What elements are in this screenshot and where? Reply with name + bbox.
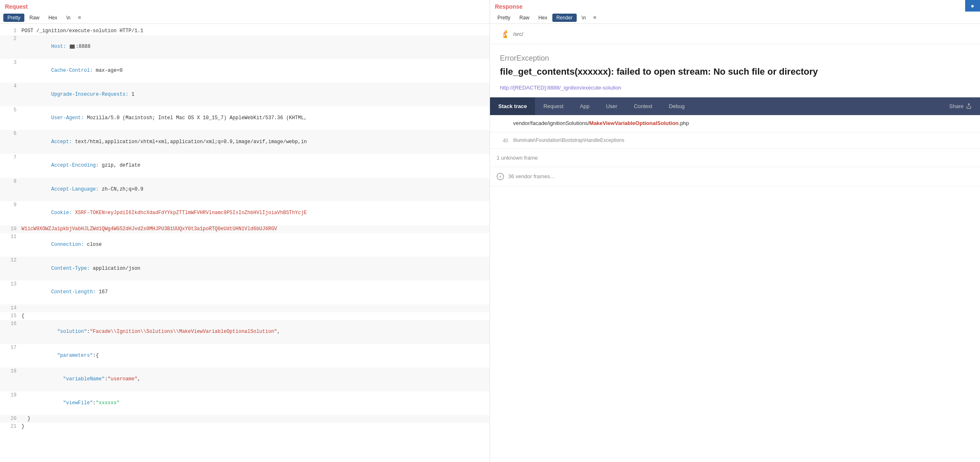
code-line-12: 12 Content-Type: application/json	[0, 257, 490, 280]
code-line-9: 9 Cookie: XSRF-TOKEN=eyJpdiI6IkdhcXdadFd…	[0, 201, 490, 225]
response-tab-bar: Pretty Raw Hex Render \n ≡	[490, 12, 980, 24]
frame-content-1: Illuminate\Foundation\Bootstrap\HandleEx…	[513, 137, 973, 143]
frame-line-num-0	[497, 120, 508, 126]
vendor-frame-content: + 36 vendor frames...	[490, 167, 980, 186]
share-icon	[966, 103, 972, 109]
code-line-10: 10 W1icW9XOWZJa1pkbjVabHJLZWd1QWg4WG52dH…	[0, 225, 490, 233]
debug-tab-context[interactable]: Context	[625, 97, 660, 115]
debug-tab-bar: Stack trace Request App User Context Deb…	[490, 97, 980, 115]
tab-hex-request[interactable]: Hex	[44, 14, 61, 22]
error-message: file_get_contents(xxxxxx): failed to ope…	[500, 66, 970, 78]
response-panel-title: Response	[490, 0, 980, 12]
ignition-logo-icon	[500, 29, 510, 39]
code-line-5: 5 User-Agent: Mozilla/5.0 (Macintosh; In…	[0, 106, 490, 130]
share-tab[interactable]: Share	[941, 97, 980, 115]
breadcrumb-path: /src/	[513, 31, 523, 37]
code-line-13: 13 Content-Length: 167	[0, 280, 490, 304]
top-right-button[interactable]: ●	[965, 0, 980, 12]
frame-content-0: vendor/facade/ignitionSolutions/MakeView…	[513, 120, 973, 127]
tab-newline-request[interactable]: \n	[62, 14, 75, 22]
tab-render-response[interactable]: Render	[552, 14, 577, 22]
ignition-error-frame: /src/ ErrorException file_get_contents(x…	[490, 24, 980, 97]
stack-frame-unknown[interactable]: 1 unknown frame	[490, 149, 980, 167]
debug-tab-user[interactable]: User	[598, 97, 625, 115]
tab-newline-response[interactable]: \n	[578, 14, 590, 22]
frame-line-num-1: 40	[497, 137, 508, 144]
code-line-2: 2 Host: :8888	[0, 35, 490, 59]
stack-list: vendor/facade/ignitionSolutions/MakeView…	[490, 115, 980, 462]
debug-tab-debug[interactable]: Debug	[660, 97, 693, 115]
code-line-21: 21 }	[0, 423, 490, 431]
stack-frame-1[interactable]: 40 Illuminate\Foundation\Bootstrap\Handl…	[490, 132, 980, 149]
response-panel: Response Pretty Raw Hex Render \n ≡ /src…	[490, 0, 980, 462]
unknown-frame-label: 1 unknown frame	[490, 149, 980, 167]
debug-tab-request[interactable]: Request	[535, 97, 571, 115]
tab-raw-request[interactable]: Raw	[25, 14, 43, 22]
code-line-20: 20 }	[0, 415, 490, 423]
tab-pretty-response[interactable]: Pretty	[493, 14, 514, 22]
frame-class-1: Illuminate\Foundation\Bootstrap\HandleEx…	[513, 137, 973, 143]
tab-pretty-request[interactable]: Pretty	[3, 14, 24, 22]
code-line-8: 8 Accept-Language: zh-CN,zh;q=0.9	[0, 178, 490, 202]
code-line-19: 19 "viewFile":"xxxxxx"	[0, 391, 490, 415]
request-panel: Request Pretty Raw Hex \n ≡ 1 POST /_ign…	[0, 0, 490, 462]
response-top: Response Pretty Raw Hex Render \n ≡	[490, 0, 980, 24]
tab-menu-response[interactable]: ≡	[591, 13, 599, 22]
vendor-expand-icon[interactable]: +	[497, 173, 504, 180]
stack-frame-vendor[interactable]: + 36 vendor frames...	[490, 167, 980, 186]
ignition-breadcrumb: /src/	[490, 24, 980, 44]
code-line-7: 7 Accept-Encoding: gzip, deflate	[0, 154, 490, 178]
vendor-frames-label: 36 vendor frames...	[508, 173, 554, 179]
stack-frame-0[interactable]: vendor/facade/ignitionSolutions/MakeView…	[490, 115, 980, 132]
request-panel-title: Request	[0, 0, 490, 12]
code-line-14: 14	[0, 304, 490, 312]
frame-file-0: vendor/facade/ignitionSolutions/MakeView…	[513, 120, 973, 126]
request-code-area: 1 POST /_ignition/execute-solution HTTP/…	[0, 24, 490, 462]
code-line-3: 3 Cache-Control: max-age=0	[0, 59, 490, 83]
code-line-1: 1 POST /_ignition/execute-solution HTTP/…	[0, 27, 490, 35]
tab-menu-request[interactable]: ≡	[76, 13, 84, 22]
code-line-6: 6 Accept: text/html,application/xhtml+xm…	[0, 130, 490, 154]
code-line-15: 15 {	[0, 312, 490, 320]
debug-section: Stack trace Request App User Context Deb…	[490, 97, 980, 462]
code-line-11: 11 Connection: close	[0, 233, 490, 257]
code-line-4: 4 Upgrade-Insecure-Requests: 1	[0, 82, 490, 106]
error-url[interactable]: http://[REDACTED]:8888/_ignition/execute…	[500, 85, 621, 91]
request-tab-bar: Pretty Raw Hex \n ≡	[0, 12, 490, 24]
code-line-18: 18 "variableName":"username",	[0, 368, 490, 391]
debug-tab-app[interactable]: App	[572, 97, 598, 115]
tab-hex-response[interactable]: Hex	[534, 14, 551, 22]
tab-raw-response[interactable]: Raw	[515, 14, 533, 22]
code-line-16: 16 "solution":"Facade\\Ignition\\Solutio…	[0, 320, 490, 344]
code-line-17: 17 "parameters":{	[0, 344, 490, 368]
error-section: ErrorException file_get_contents(xxxxxx)…	[490, 44, 980, 97]
error-type: ErrorException	[500, 54, 970, 63]
debug-tab-stack-trace[interactable]: Stack trace	[490, 97, 535, 115]
